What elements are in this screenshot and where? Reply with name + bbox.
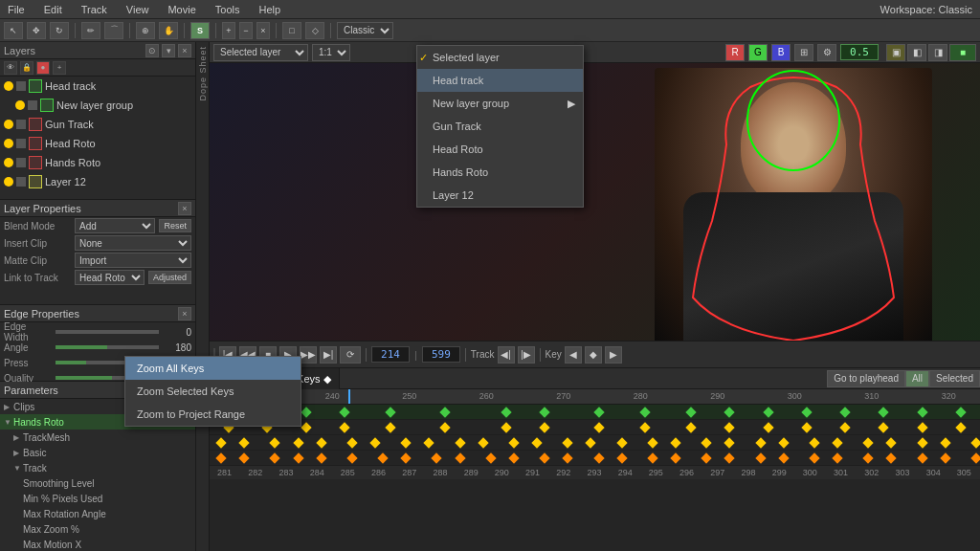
dd-layer12[interactable]: Layer 12	[417, 184, 583, 207]
tool-pen[interactable]: ✏	[81, 22, 100, 39]
menu-movie[interactable]: Movie	[164, 4, 199, 15]
layer-ctrl-color[interactable]: ●	[36, 61, 50, 75]
layer-item-head-track[interactable]: Head track	[0, 77, 195, 96]
dd-gun-track[interactable]: Gun Track	[417, 115, 583, 138]
tool-square[interactable]: □	[282, 22, 301, 39]
edge-props-header: Edge Properties ×	[0, 305, 195, 322]
layer-item-head-roto[interactable]: Head Roto	[0, 134, 195, 153]
layer-eye	[4, 81, 13, 91]
color-btn-r[interactable]: R	[725, 44, 745, 61]
layer-item-hands-roto[interactable]: Hands Roto	[0, 153, 195, 172]
param-max-motion-x[interactable]: Max Motion X	[0, 537, 195, 551]
angle-val: 180	[163, 342, 191, 353]
menu-view[interactable]: View	[122, 4, 153, 15]
edge-width-row: Edge Width 0	[4, 324, 191, 340]
key-add-btn[interactable]: ◆	[585, 346, 602, 364]
view-zoom-all[interactable]: Zoom All Keys	[125, 357, 301, 380]
menu-workspace[interactable]: Workspace: Classic	[877, 4, 976, 15]
tool-s[interactable]: S	[190, 22, 210, 39]
fast-fwd-btn[interactable]: ▶▶	[300, 346, 317, 364]
param-trackmesh[interactable]: ▶ TrackMesh	[0, 430, 195, 445]
blend-mode-select[interactable]: Add	[75, 218, 155, 233]
tool-x[interactable]: ×	[256, 22, 270, 39]
zoom-select[interactable]: 1:1	[312, 44, 350, 61]
param-smoothing[interactable]: Smoothing Level	[0, 475, 195, 491]
param-max-zoom[interactable]: Max Zoom %	[0, 521, 195, 537]
insert-clip-select[interactable]: None	[75, 235, 191, 251]
layer-eye	[4, 158, 13, 167]
menu-tools[interactable]: Tools	[212, 4, 244, 15]
layer-props-close[interactable]: ×	[178, 202, 191, 215]
menu-edit[interactable]: Edit	[40, 4, 66, 15]
settings-btn[interactable]: ⚙	[817, 44, 836, 61]
dd-hands-roto[interactable]: Hands Roto	[417, 161, 583, 184]
track-back-btn[interactable]: ◀|	[498, 346, 515, 364]
layers-vis-btn[interactable]: ▾	[162, 44, 175, 57]
tool-move[interactable]: ✥	[27, 22, 46, 39]
dd-selected-layer[interactable]: ✓ Selected layer	[417, 46, 583, 69]
track-fwd-btn[interactable]: |▶	[518, 346, 535, 364]
menu-file[interactable]: File	[4, 4, 29, 15]
dd-new-layer-group[interactable]: New layer group ▶	[417, 92, 583, 115]
tool-rotate[interactable]: ↻	[50, 22, 69, 39]
layers-lock-btn[interactable]: ⊙	[145, 44, 159, 57]
blend-mode-btn[interactable]: Reset	[159, 219, 191, 232]
view-zoom-project[interactable]: Zoom to Project Range	[125, 403, 301, 426]
menu-help[interactable]: Help	[255, 4, 284, 15]
fullscreen-btn[interactable]: ■	[949, 44, 976, 61]
dd-head-roto[interactable]: Head Roto	[417, 138, 583, 161]
param-max-rot[interactable]: Max Rotation Angle	[0, 506, 195, 521]
layer-ctrl-eye[interactable]: 👁	[4, 61, 17, 75]
tool-diamond[interactable]: ◇	[305, 22, 324, 39]
track-label: Track	[471, 349, 495, 360]
goto-playhead-btn[interactable]: Go to playhead	[827, 370, 905, 387]
layer-item-gun-track[interactable]: Gun Track	[0, 115, 195, 134]
edge-props-close[interactable]: ×	[178, 307, 191, 320]
tool-zoom[interactable]: ⊕	[136, 22, 155, 39]
layer-ctrl-lock[interactable]: 🔒	[20, 61, 33, 75]
key-fwd-btn[interactable]: ▶	[605, 346, 622, 364]
view-mode-btn2[interactable]: ◧	[907, 44, 926, 61]
tool-add[interactable]: +	[222, 22, 235, 39]
dd-label: Gun Track	[433, 121, 481, 132]
param-basic[interactable]: ▶ Basic	[0, 445, 195, 460]
param-track[interactable]: ▼ Track	[0, 460, 195, 475]
view-mode-btn1[interactable]: ▣	[886, 44, 905, 61]
layers-close-btn[interactable]: ×	[178, 44, 191, 57]
layer-select-dropdown[interactable]: Selected layer Head track New layer grou…	[213, 44, 308, 61]
go-end-btn[interactable]: ▶|	[320, 346, 337, 364]
edge-width-track[interactable]	[56, 330, 159, 334]
tool-bezier[interactable]: ⌒	[104, 22, 123, 39]
playhead[interactable]	[348, 389, 350, 404]
tool-minus[interactable]: −	[239, 22, 253, 39]
layer-item-layer12[interactable]: Layer 12	[0, 172, 195, 191]
view-mode-btn3[interactable]: ◨	[928, 44, 947, 61]
all-keys-btn[interactable]: All	[905, 370, 929, 387]
dd-head-track[interactable]: Head track	[417, 69, 583, 92]
dd-label: New layer group	[433, 98, 509, 109]
layer-item-new-group[interactable]: New layer group	[0, 96, 195, 115]
link-to-track-select[interactable]: Head Roto	[75, 270, 145, 285]
selected-keys-btn[interactable]: Selected	[929, 370, 980, 387]
current-frame[interactable]: 214	[371, 346, 410, 363]
adjusted-btn[interactable]: Adjusted	[148, 271, 191, 284]
param-min-pixels[interactable]: Min % Pixels Used	[0, 491, 195, 506]
color-btn-b[interactable]: B	[771, 44, 791, 61]
matte-clip-select[interactable]: Import	[75, 253, 191, 268]
angle-track[interactable]	[56, 345, 159, 349]
preset-select[interactable]: Classic	[337, 22, 393, 39]
video-area	[210, 63, 980, 341]
key-back-btn[interactable]: ◀	[565, 346, 582, 364]
menu-track[interactable]: Track	[78, 4, 111, 15]
kf-row-4	[210, 451, 980, 466]
tool-select[interactable]: ↖	[4, 22, 23, 39]
timeline-area: |◀ ◀◀ ■ ▶ ▶▶ ▶| ⟳ 214 | 599 Track ◀| |▶	[210, 341, 980, 551]
layer-ctrl-add[interactable]: +	[53, 61, 66, 75]
overlay-btn[interactable]: ⊞	[794, 44, 813, 61]
dd-label: Layer 12	[433, 189, 474, 201]
end-frame[interactable]: 599	[422, 346, 460, 363]
loop-btn[interactable]: ⟳	[340, 346, 361, 364]
view-zoom-selected[interactable]: Zoom Selected Keys	[125, 380, 301, 403]
tool-pan[interactable]: ✋	[159, 22, 178, 39]
color-btn-g[interactable]: G	[748, 44, 768, 61]
